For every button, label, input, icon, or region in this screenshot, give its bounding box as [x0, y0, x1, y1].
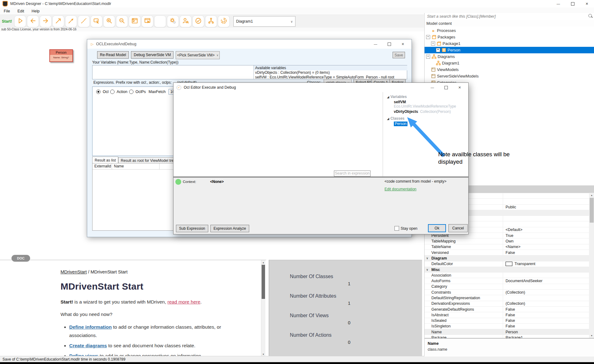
toolbar-hierarchy-button[interactable]	[205, 16, 217, 27]
property-row[interactable]: DefaultStringRepresentation	[425, 295, 589, 301]
property-row[interactable]: Association	[425, 273, 589, 278]
variable-item-vdirtyobjects[interactable]: vDirtyObjects: Collection(Person)	[394, 109, 468, 114]
scroll-down-icon[interactable]: ▼	[261, 352, 265, 356]
tab-result-as-root[interactable]: Result as root for ViewModel tree	[118, 157, 178, 164]
menu-item-file[interactable]: File	[0, 9, 14, 13]
variables-group[interactable]: ◢Variables	[387, 95, 468, 99]
expander-icon[interactable]: −	[431, 42, 435, 46]
expander-icon[interactable]: −	[426, 35, 430, 39]
save-button[interactable]: Save	[393, 52, 405, 58]
minimize-icon[interactable]: —	[551, 0, 565, 7]
property-row[interactable]: NamePerson	[425, 329, 589, 335]
doc-tab[interactable]: DOC	[11, 255, 30, 262]
sidebar-item-processes[interactable]: »Processes	[425, 27, 594, 34]
expander-icon[interactable]: +	[436, 48, 440, 52]
toolbar-zoom-in-button[interactable]	[103, 16, 115, 27]
property-row[interactable]: DerivationExpressions(Collection)	[425, 301, 589, 307]
radio-action[interactable]	[110, 90, 115, 94]
edit-documentation-link[interactable]: Edit documentation	[385, 187, 416, 191]
property-row[interactable]: DefaultColorTransparent	[425, 261, 589, 267]
tab-result-as-list[interactable]: Result as list	[92, 157, 118, 164]
scroll-thumb[interactable]	[590, 198, 594, 223]
scroll-up-icon[interactable]: ▲	[261, 260, 265, 264]
sidebar-item-person[interactable]: +Person	[425, 47, 594, 53]
property-row[interactable]: AutoFormsDocumentAndSeeker	[425, 278, 589, 284]
toolbar-nav-back-button[interactable]	[27, 16, 39, 27]
splitter[interactable]	[383, 92, 383, 176]
color-swatch[interactable]	[506, 262, 512, 266]
radio-ocl[interactable]	[96, 90, 101, 94]
property-row[interactable]: IsAbstractFalse	[425, 312, 589, 318]
property-row[interactable]: GenerateDefaultRegionsFalse	[425, 307, 589, 312]
close-icon[interactable]: ✕	[396, 39, 410, 49]
scroll-down-icon[interactable]: ▼	[589, 333, 594, 338]
toolbar-play-button[interactable]	[14, 16, 26, 27]
ok-button[interactable]: Ok	[428, 224, 446, 232]
sidebar-item-viewmodels[interactable]: ViewModels	[425, 66, 594, 73]
column-header-name[interactable]: Name	[112, 163, 160, 169]
expression-analyze-button[interactable]: Expression Analyze	[210, 225, 249, 232]
sidebar-item-diagrams[interactable]: −Diagrams	[425, 53, 594, 60]
reread-model-button[interactable]: Re-Read Model	[97, 51, 129, 59]
doc-scrollbar[interactable]: ▲ ▼	[261, 260, 265, 356]
toolbar-nav-forward-button[interactable]	[40, 16, 52, 27]
variables-editor[interactable]: Available variables vDirtyObjects : Coll…	[92, 65, 407, 79]
chevron-down-icon[interactable]: ∨	[426, 256, 428, 260]
toolbar-viewmodel-window-button[interactable]	[129, 16, 141, 27]
toolbar-dashed-line-button[interactable]	[78, 16, 90, 27]
minimize-icon[interactable]: —	[425, 83, 439, 92]
start-label[interactable]: Start!	[2, 19, 12, 24]
doc-bullet-link[interactable]: Create diagrams	[69, 343, 107, 348]
property-row[interactable]: IsSealedFalse	[425, 318, 589, 324]
cancel-button[interactable]: Cancel	[448, 224, 468, 232]
toolbar-spiral-button[interactable]	[218, 16, 230, 27]
sub-expression-button[interactable]: Sub Expression	[176, 225, 208, 232]
sidebar-item-diagram1[interactable]: Diagram1	[425, 60, 594, 66]
search-icon[interactable]	[588, 14, 592, 17]
diagram-selector[interactable]: Diagram1 ∨	[233, 16, 295, 27]
property-row[interactable]: IsSingletonFalse	[425, 324, 589, 329]
property-row[interactable]: TableMappingOwn	[425, 238, 589, 244]
search-input[interactable]	[426, 13, 589, 20]
property-row[interactable]: VersionedFalse	[425, 250, 589, 255]
person-class-box[interactable]: Person Name: String?	[49, 49, 73, 62]
property-section-misc[interactable]: ∨Misc	[425, 267, 589, 273]
maximize-icon[interactable]	[565, 0, 580, 7]
toolbar-viewmodel-run-button[interactable]	[142, 16, 153, 27]
toolbar-settings-gears-button[interactable]	[167, 16, 179, 27]
sidebar-item-serversideviewmodels[interactable]: ServerSideViewModels	[425, 73, 594, 79]
close-icon[interactable]: ✕	[453, 83, 466, 92]
property-row[interactable]: Category	[425, 284, 589, 290]
menu-item-help[interactable]: Help	[28, 9, 43, 13]
menu-item-edit[interactable]: Edit	[14, 9, 28, 13]
maximize-icon[interactable]	[439, 83, 453, 92]
property-row[interactable]: Constraints(Collection)	[425, 290, 589, 295]
search-in-expression-input[interactable]: Search in expression	[334, 171, 371, 176]
breadcrumb-link[interactable]: MDrivenStart	[61, 269, 87, 274]
doc-bullet-link[interactable]: Define information	[69, 324, 112, 330]
toolbar-zoom-out-button[interactable]	[116, 16, 128, 27]
property-row[interactable]: TableName<Name>	[425, 244, 589, 250]
pick-serverside-vm-combo[interactable]: <Pick ServerSide VM> ∨	[176, 51, 220, 59]
minimize-icon[interactable]: —	[369, 39, 382, 49]
scroll-up-icon[interactable]: ▲	[589, 193, 594, 198]
toolbar-color-wheel-button[interactable]	[154, 16, 166, 27]
chevron-down-icon[interactable]: ∨	[426, 268, 428, 271]
property-section-diagram[interactable]: ∨Diagram	[425, 255, 589, 261]
read-more-link[interactable]: read more here	[168, 299, 200, 304]
column-header-externalid[interactable]: ExternalId	[92, 163, 112, 169]
toolbar-person-key-button[interactable]	[180, 16, 191, 27]
close-icon[interactable]: ✕	[580, 0, 594, 7]
properties-scrollbar[interactable]: ▲ ▼	[589, 193, 594, 338]
variable-item-selfvm[interactable]: selfVM: Eco.UmlRt.ViewModelReferenceType	[394, 100, 468, 109]
stay-open-checkbox[interactable]	[394, 226, 399, 231]
toolbar-association-arrow-button[interactable]	[65, 16, 77, 27]
sidebar-item-package1[interactable]: −Package1	[425, 40, 594, 47]
toolbar-validate-check-button[interactable]	[192, 16, 204, 27]
expander-icon[interactable]: −	[426, 55, 430, 59]
scroll-thumb[interactable]	[262, 265, 265, 299]
sidebar-item-packages[interactable]: −Packages	[425, 34, 594, 40]
debug-serverside-vm-button[interactable]: Debug ServerSide VM	[131, 51, 173, 59]
maximize-icon[interactable]	[382, 39, 396, 49]
toolbar-select-tool-button[interactable]	[91, 16, 102, 27]
